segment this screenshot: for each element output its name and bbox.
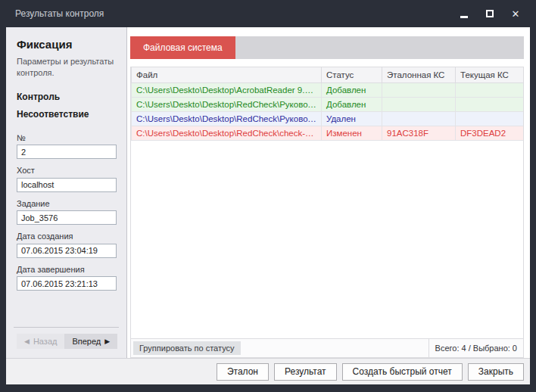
- sidebar-divider: [14, 327, 119, 328]
- field-created: Дата создания: [17, 232, 117, 258]
- cell-current: DF3DEAD2: [456, 126, 525, 141]
- field-number-input[interactable]: [17, 145, 117, 159]
- cell-status: Добавлен: [322, 98, 382, 112]
- group-by-status-button[interactable]: Группировать по статусу: [133, 341, 241, 355]
- maximize-button[interactable]: [477, 0, 503, 27]
- field-number: №: [17, 133, 117, 160]
- table-row[interactable]: C:\Users\Deskto\Desktop\RedCheck\check-8…: [132, 126, 525, 141]
- footer-bar: Эталон Результат Создать быстрый отчет З…: [6, 358, 530, 384]
- cell-etalon: [382, 98, 456, 112]
- minimize-button[interactable]: [451, 0, 477, 27]
- cell-status: Изменен: [322, 126, 382, 141]
- table-row[interactable]: C:\Users\Deskto\Desktop\RedCheck\Руковод…: [132, 98, 525, 112]
- column-header-current[interactable]: Текущая КС: [456, 67, 525, 83]
- field-host-label: Хост: [17, 166, 117, 175]
- tab-strip: Файловая система: [130, 36, 524, 59]
- cell-file: C:\Users\Deskto\Desktop\AcrobatReader 9.…: [132, 83, 322, 98]
- cell-file: C:\Users\Deskto\Desktop\RedCheck\check-8…: [132, 126, 322, 141]
- result-button[interactable]: Результат: [274, 363, 337, 381]
- table-row[interactable]: C:\Users\Deskto\Desktop\AcrobatReader 9.…: [132, 83, 525, 98]
- sidebar-subtitle: Параметры и результаты контроля.: [17, 56, 117, 79]
- create-quick-report-button[interactable]: Создать быстрый отчет: [342, 363, 463, 381]
- back-button[interactable]: ◀ Назад: [17, 334, 64, 349]
- column-header-etalon[interactable]: Эталонная КС: [382, 67, 456, 83]
- sidebar: Фиксация Параметры и результаты контроля…: [6, 27, 127, 358]
- close-window-button[interactable]: Закрыть: [468, 363, 524, 381]
- app-window: Фиксация Параметры и результаты контроля…: [6, 27, 530, 384]
- cell-current: [456, 112, 525, 126]
- control-label: Контроль: [17, 92, 117, 102]
- table-status-bar: Группировать по статусу Всего: 4 / Выбра…: [130, 339, 524, 358]
- cell-status: Добавлен: [322, 83, 382, 98]
- cell-current: [456, 98, 525, 112]
- cell-etalon: 91AC318F: [382, 126, 456, 141]
- field-job-input[interactable]: [17, 210, 117, 225]
- field-number-label: №: [17, 133, 117, 142]
- cell-etalon: [382, 112, 456, 126]
- etalon-button[interactable]: Эталон: [217, 363, 269, 381]
- cell-current: [456, 83, 525, 98]
- column-header-status[interactable]: Статус: [322, 67, 382, 83]
- window-controls: ✕: [451, 0, 528, 27]
- field-finished-input[interactable]: [17, 276, 117, 291]
- results-table-container: Файл Статус Эталонная КС Текущая КС C:\U…: [130, 67, 524, 339]
- tab-file-system[interactable]: Файловая система: [130, 36, 235, 59]
- field-host-input[interactable]: [17, 178, 117, 192]
- cell-file: C:\Users\Deskto\Desktop\RedCheck\Руковод…: [132, 98, 322, 112]
- field-finished-label: Дата завершения: [17, 265, 117, 274]
- table-header-row: Файл Статус Эталонная КС Текущая КС: [132, 67, 525, 83]
- sidebar-heading: Фиксация: [17, 38, 117, 51]
- field-finished: Дата завершения: [17, 265, 117, 291]
- field-host: Хост: [17, 166, 117, 192]
- cell-status: Удален: [322, 112, 382, 126]
- results-table: Файл Статус Эталонная КС Текущая КС C:\U…: [131, 67, 524, 141]
- main-panel: Файловая система Файл Статус Эталонная К…: [127, 27, 530, 358]
- back-arrow-icon: ◀: [24, 338, 30, 345]
- cell-etalon: [382, 83, 456, 98]
- field-created-label: Дата создания: [17, 232, 117, 241]
- field-created-input[interactable]: [17, 244, 117, 258]
- close-icon: ✕: [512, 8, 520, 20]
- mismatch-label: Несоответствие: [17, 109, 117, 120]
- field-job: Задание: [17, 199, 117, 226]
- minimize-icon: [460, 16, 468, 18]
- back-button-label: Назад: [33, 337, 58, 346]
- forward-button-label: Вперед: [72, 337, 101, 346]
- forward-button[interactable]: Вперед ▶: [64, 334, 117, 349]
- selection-summary: Всего: 4 / Выбрано: 0: [428, 339, 523, 357]
- close-button[interactable]: ✕: [503, 0, 528, 27]
- window-title: Результаты контроля: [15, 8, 104, 19]
- forward-arrow-icon: ▶: [104, 338, 110, 345]
- column-header-file[interactable]: Файл: [132, 67, 322, 83]
- table-row[interactable]: C:\Users\Deskto\Desktop\RedCheck\Руковод…: [132, 112, 525, 126]
- maximize-icon: [486, 10, 494, 17]
- cell-file: C:\Users\Deskto\Desktop\RedCheck\Руковод…: [132, 112, 322, 126]
- field-job-label: Задание: [17, 199, 117, 208]
